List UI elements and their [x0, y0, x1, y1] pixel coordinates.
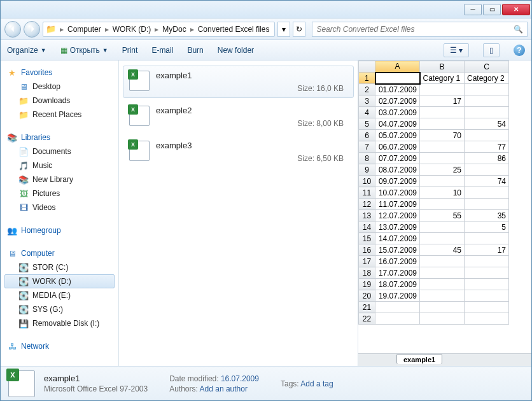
row-header[interactable]: 12 — [359, 199, 375, 210]
crumb-mydoc[interactable]: MyDoc — [160, 25, 188, 34]
cell[interactable] — [465, 267, 509, 279]
minimize-button[interactable]: ─ — [464, 4, 482, 15]
cell[interactable] — [420, 233, 465, 244]
network-header[interactable]: 🖧Network — [4, 339, 115, 353]
cell[interactable]: 74 — [465, 176, 509, 187]
cell[interactable] — [420, 313, 465, 325]
cell[interactable]: 35 — [465, 210, 509, 222]
organize-menu[interactable]: Organize ▼ — [7, 46, 46, 55]
history-dropdown[interactable]: ▾ — [277, 22, 290, 37]
col-header-c[interactable]: C — [465, 61, 509, 73]
cell[interactable]: 55 — [420, 210, 465, 222]
nav-sys-g[interactable]: 💽SYS (G:) — [4, 302, 115, 316]
row-header[interactable]: 2 — [359, 84, 375, 95]
cell[interactable]: 08.07.2009 — [375, 164, 420, 176]
cell[interactable]: 04.07.2009 — [375, 118, 420, 130]
cell[interactable]: 06.07.2009 — [375, 141, 420, 153]
cell[interactable] — [465, 302, 509, 313]
cell[interactable] — [420, 279, 465, 290]
cell[interactable]: 07.07.2009 — [375, 153, 420, 164]
row-header[interactable]: 19 — [359, 279, 375, 290]
row-header[interactable]: 1 — [359, 73, 375, 84]
computer-header[interactable]: 🖥Computer — [4, 246, 115, 260]
cell[interactable] — [420, 107, 465, 118]
chevron-right-icon[interactable]: ▸ — [189, 25, 195, 34]
new-folder-button[interactable]: New folder — [218, 46, 254, 55]
cell[interactable] — [420, 141, 465, 153]
row-header[interactable]: 10 — [359, 176, 375, 187]
cell[interactable]: 16.07.2009 — [375, 256, 420, 267]
file-item-example2[interactable]: X example2 Size: 8,00 KB — [123, 101, 354, 133]
cell[interactable] — [420, 153, 465, 164]
nav-documents[interactable]: 📄Documents — [4, 144, 115, 158]
cell[interactable]: 70 — [420, 130, 465, 141]
chevron-right-icon[interactable]: ▸ — [59, 25, 65, 34]
libraries-header[interactable]: 📚Libraries — [4, 130, 115, 144]
print-button[interactable]: Print — [122, 46, 138, 55]
cell[interactable] — [465, 233, 509, 244]
row-header[interactable]: 11 — [359, 187, 375, 199]
cell[interactable]: 54 — [465, 118, 509, 130]
cell[interactable] — [465, 290, 509, 302]
sheet-tab[interactable]: example1 — [396, 355, 442, 364]
row-header[interactable]: 14 — [359, 222, 375, 233]
open-button[interactable]: ▦ Открыть ▼ — [60, 46, 108, 55]
chevron-right-icon[interactable]: ▸ — [104, 25, 110, 34]
homegroup-header[interactable]: 👥Homegroup — [4, 223, 115, 237]
nav-removable-i[interactable]: 💾Removable Disk (I:) — [4, 316, 115, 330]
cell[interactable]: 14.07.2009 — [375, 233, 420, 244]
favorites-header[interactable]: ★Favorites — [4, 66, 115, 80]
cell[interactable]: 18.07.2009 — [375, 279, 420, 290]
row-header[interactable]: 9 — [359, 164, 375, 176]
cell[interactable] — [420, 118, 465, 130]
cell[interactable]: 01.07.2009 — [375, 84, 420, 95]
crumb-converted[interactable]: Converted Excel files — [195, 25, 272, 34]
file-item-example1[interactable]: X example1 Size: 16,0 KB — [123, 66, 354, 98]
cell[interactable] — [420, 290, 465, 302]
cell[interactable] — [420, 176, 465, 187]
chevron-right-icon[interactable]: ▸ — [153, 25, 160, 34]
cell[interactable] — [465, 107, 509, 118]
cell[interactable]: 10 — [420, 187, 465, 199]
row-header[interactable]: 21 — [359, 302, 375, 313]
cell[interactable]: 15.07.2009 — [375, 244, 420, 256]
cell[interactable]: Category 1 — [420, 73, 465, 84]
cell[interactable] — [420, 256, 465, 267]
cell[interactable] — [465, 187, 509, 199]
cell[interactable] — [420, 199, 465, 210]
cell[interactable] — [420, 267, 465, 279]
maximize-button[interactable]: ▭ — [483, 4, 501, 15]
cell[interactable]: 02.07.2009 — [375, 95, 420, 107]
cell[interactable]: 11.07.2009 — [375, 199, 420, 210]
nav-stor-c[interactable]: 💽STOR (C:) — [4, 260, 115, 274]
cell[interactable]: 17 — [420, 95, 465, 107]
spreadsheet-grid[interactable]: A B C 1Category 1Category 2 201.07.2009 … — [358, 60, 531, 353]
cell[interactable] — [420, 302, 465, 313]
cell[interactable]: 03.07.2009 — [375, 107, 420, 118]
cell[interactable] — [375, 313, 420, 325]
cell[interactable] — [420, 84, 465, 95]
crumb-work[interactable]: WORK (D:) — [110, 25, 154, 34]
cell[interactable]: 19.07.2009 — [375, 290, 420, 302]
forward-button[interactable] — [24, 21, 40, 38]
cell[interactable] — [465, 84, 509, 95]
cell[interactable] — [465, 313, 509, 325]
cell[interactable]: 45 — [420, 244, 465, 256]
cell[interactable] — [465, 164, 509, 176]
cell[interactable] — [465, 199, 509, 210]
col-header-b[interactable]: B — [420, 61, 465, 73]
cell[interactable]: 17 — [465, 244, 509, 256]
search-input[interactable] — [316, 25, 514, 34]
burn-button[interactable]: Burn — [187, 46, 203, 55]
row-header[interactable]: 13 — [359, 210, 375, 222]
nav-videos[interactable]: 🎞Videos — [4, 200, 115, 215]
preview-pane-button[interactable]: ▯ — [483, 43, 500, 57]
row-header[interactable]: 5 — [359, 118, 375, 130]
cell[interactable]: 17.07.2009 — [375, 267, 420, 279]
row-header[interactable]: 22 — [359, 313, 375, 325]
row-header[interactable]: 20 — [359, 290, 375, 302]
cell[interactable]: 09.07.2009 — [375, 176, 420, 187]
cell[interactable] — [375, 302, 420, 313]
cell[interactable] — [465, 130, 509, 141]
nav-media-e[interactable]: 💽MEDIA (E:) — [4, 288, 115, 302]
